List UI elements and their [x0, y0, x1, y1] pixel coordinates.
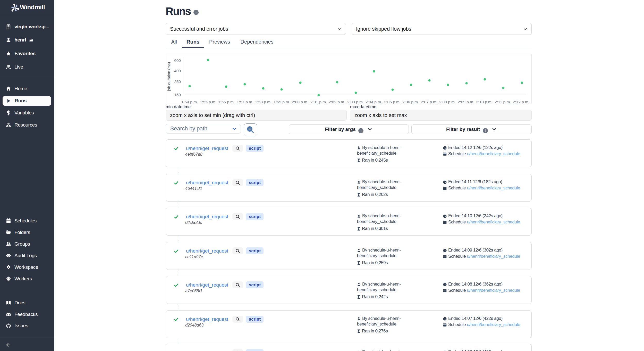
svg-text:2:02 p.m.: 2:02 p.m.	[329, 100, 345, 104]
svg-text:2:12 p.m.: 2:12 p.m.	[513, 100, 530, 104]
svg-text:2:01 p.m.: 2:01 p.m.	[310, 100, 327, 104]
svg-text:2:04 p.m.: 2:04 p.m.	[366, 100, 382, 104]
svg-text:2:06 p.m.: 2:06 p.m.	[402, 100, 419, 104]
svg-text:2:09 p.m.: 2:09 p.m.	[458, 100, 474, 104]
svg-text:2:08 p.m.: 2:08 p.m.	[439, 100, 456, 104]
svg-text:150: 150	[174, 93, 181, 97]
svg-text:1:59 p.m.: 1:59 p.m.	[274, 100, 290, 104]
svg-text:600: 600	[174, 58, 181, 63]
svg-text:1:57 p.m.: 1:57 p.m.	[237, 100, 253, 104]
svg-text:2:03 p.m.: 2:03 p.m.	[347, 100, 364, 104]
svg-text:400: 400	[174, 69, 181, 73]
svg-text:1:55 p.m.: 1:55 p.m.	[200, 100, 217, 104]
svg-text:2:05 p.m.: 2:05 p.m.	[384, 100, 401, 104]
svg-text:2:11 p.m.: 2:11 p.m.	[495, 100, 511, 104]
svg-text:250: 250	[174, 79, 181, 84]
svg-text:1:56 p.m.: 1:56 p.m.	[218, 100, 235, 104]
svg-text:2:07 p.m.: 2:07 p.m.	[421, 100, 438, 104]
svg-text:job duration (ms): job duration (ms)	[167, 62, 171, 91]
svg-text:2:10 p.m.: 2:10 p.m.	[476, 100, 493, 104]
svg-text:1:58 p.m.: 1:58 p.m.	[255, 100, 272, 104]
svg-text:2:00 p.m.: 2:00 p.m.	[292, 100, 309, 104]
svg-text:1:54 p.m.: 1:54 p.m.	[181, 100, 198, 104]
